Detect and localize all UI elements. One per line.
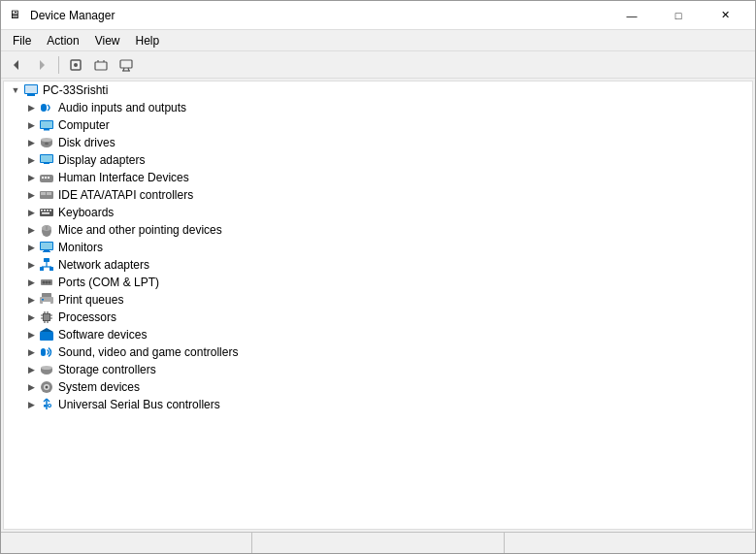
- item-label: Storage controllers: [58, 363, 156, 376]
- item-label: Print queues: [58, 293, 123, 307]
- list-item[interactable]: ▶ Audio inputs and outputs: [4, 99, 752, 116]
- svg-rect-31: [47, 192, 51, 195]
- status-section-3: [505, 533, 755, 553]
- svg-rect-27: [45, 177, 47, 179]
- svg-marker-0: [14, 60, 18, 70]
- list-item[interactable]: ▶ Universal Serial Bus controllers: [4, 396, 752, 413]
- processor-icon: [39, 310, 54, 325]
- expand-icon: ▶: [23, 135, 39, 150]
- status-section-2: [252, 533, 504, 553]
- expand-icon: ▶: [23, 257, 39, 273]
- list-item[interactable]: ▶ Computer: [4, 116, 752, 134]
- svg-rect-47: [49, 267, 53, 271]
- status-bar: [1, 532, 755, 553]
- svg-rect-4: [95, 62, 107, 70]
- expand-icon: ▶: [23, 100, 39, 115]
- expand-icon: ▶: [23, 379, 39, 395]
- list-item[interactable]: ▶ Human Interface Devices: [4, 169, 752, 186]
- expand-icon: ▶: [23, 117, 39, 133]
- display-icon: [39, 152, 54, 168]
- svg-rect-13: [25, 85, 37, 93]
- device-tree[interactable]: ▼ PC-33Srishti ▶: [3, 81, 753, 530]
- svg-rect-30: [41, 192, 46, 195]
- expand-icon: ▶: [23, 222, 39, 238]
- list-item[interactable]: ▶ Sound, video and game controllers: [4, 343, 752, 361]
- root-expand-icon: ▼: [8, 82, 23, 98]
- expand-icon: ▶: [23, 362, 39, 377]
- svg-rect-46: [40, 267, 44, 271]
- properties-button[interactable]: [64, 54, 87, 76]
- expand-icon: ▶: [23, 152, 39, 168]
- list-item[interactable]: ▶ Mice and other pointing devices: [4, 221, 752, 239]
- usb-icon: [39, 397, 54, 412]
- item-label: Computer: [58, 118, 110, 132]
- list-item[interactable]: ▶ Processors: [4, 309, 752, 326]
- maximize-button[interactable]: □: [656, 1, 701, 30]
- svg-rect-16: [41, 121, 52, 128]
- ports-icon: [39, 275, 54, 290]
- svg-marker-1: [40, 60, 45, 70]
- update-driver-button[interactable]: [89, 54, 113, 76]
- title-controls: — □ ✕: [609, 1, 747, 30]
- expand-icon: ▶: [23, 397, 39, 412]
- list-item[interactable]: ▶ Keyboards: [4, 204, 752, 221]
- computer-icon: [39, 117, 54, 133]
- menu-help[interactable]: Help: [128, 32, 168, 49]
- forward-button[interactable]: [30, 54, 53, 76]
- menu-action[interactable]: Action: [39, 32, 86, 49]
- svg-point-3: [74, 63, 78, 67]
- svg-rect-25: [40, 175, 53, 182]
- title-bar: 🖥 Device Manager — □ ✕: [1, 1, 755, 30]
- mouse-icon: [39, 222, 54, 238]
- svg-point-74: [41, 366, 52, 370]
- menu-file[interactable]: File: [5, 32, 39, 49]
- toolbar-separator-1: [58, 56, 59, 74]
- item-label: Human Interface Devices: [58, 171, 189, 184]
- list-item[interactable]: ▶ Disk drives: [4, 134, 752, 151]
- list-item[interactable]: ▶ IDE ATA/ATAPI controllers: [4, 186, 752, 204]
- item-label: Display adapters: [58, 153, 145, 167]
- minimize-button[interactable]: —: [609, 1, 654, 30]
- network-icon: [39, 257, 54, 273]
- list-item[interactable]: ▶ Monitors: [4, 239, 752, 256]
- expand-icon: ▶: [23, 275, 39, 290]
- list-item[interactable]: ▶ Print queues: [4, 291, 752, 309]
- hid-icon: [39, 170, 54, 185]
- svg-rect-35: [47, 210, 49, 212]
- item-label: System devices: [58, 380, 140, 394]
- svg-rect-34: [44, 210, 46, 212]
- system-icon: [39, 379, 54, 395]
- svg-rect-58: [42, 299, 44, 301]
- print-icon: [39, 292, 54, 308]
- item-label: Disk drives: [58, 136, 115, 149]
- svg-rect-23: [41, 155, 52, 162]
- list-item[interactable]: ▶ Display adapters: [4, 151, 752, 169]
- menu-view[interactable]: View: [87, 32, 128, 49]
- tree-root[interactable]: ▼ PC-33Srishti: [4, 81, 752, 99]
- svg-rect-7: [120, 60, 132, 68]
- svg-rect-28: [48, 177, 49, 179]
- back-button[interactable]: [5, 54, 28, 76]
- svg-rect-33: [41, 210, 43, 212]
- item-label: Monitors: [58, 241, 103, 254]
- item-label: Sound, video and game controllers: [58, 345, 238, 359]
- close-button[interactable]: ✕: [703, 1, 747, 30]
- list-item[interactable]: ▶ Storage controllers: [4, 361, 752, 378]
- list-item[interactable]: ▶ System devices: [4, 378, 752, 396]
- svg-point-53: [46, 281, 49, 284]
- monitor-icon: [39, 240, 54, 255]
- svg-rect-37: [42, 212, 49, 214]
- expand-icon: ▶: [23, 292, 39, 308]
- status-section-1: [1, 533, 252, 553]
- svg-rect-45: [44, 258, 49, 262]
- storage-icon: [39, 362, 54, 377]
- list-item[interactable]: ▶ Ports (COM & LPT): [4, 274, 752, 291]
- keyboard-icon: [39, 205, 54, 220]
- sound-icon: [39, 344, 54, 360]
- item-label: IDE ATA/ATAPI controllers: [58, 188, 193, 202]
- item-label: Audio inputs and outputs: [58, 101, 186, 114]
- list-item[interactable]: ▶ Network adapters: [4, 256, 752, 274]
- list-item[interactable]: ▶ Software devices: [4, 326, 752, 343]
- monitor-button[interactable]: [115, 54, 138, 76]
- expand-icon: ▶: [23, 327, 39, 342]
